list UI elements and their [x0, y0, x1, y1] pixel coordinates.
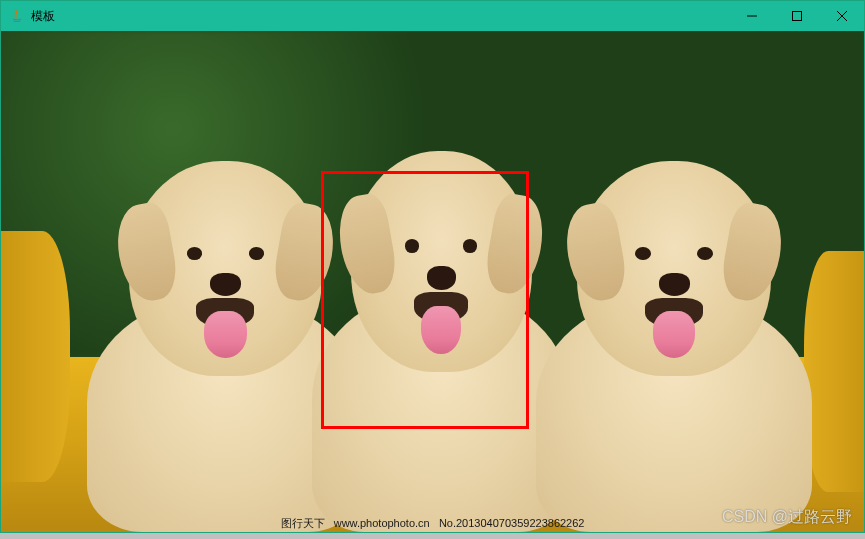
svg-rect-1	[792, 12, 801, 21]
dog-right	[536, 141, 812, 532]
minimize-icon	[747, 11, 757, 21]
titlebar-left: 模板	[9, 8, 55, 25]
app-window: 模板	[0, 0, 865, 533]
close-button[interactable]	[819, 1, 864, 31]
image-footer: 图行天下 www.photophoto.cn No.20130407035922…	[1, 514, 864, 532]
java-icon	[9, 8, 25, 24]
container-edge-left	[1, 231, 70, 482]
image-canvas[interactable]: 图行天下 www.photophoto.cn No.20130407035922…	[1, 31, 864, 532]
container-edge-right	[804, 251, 864, 491]
titlebar: 模板	[1, 1, 864, 31]
content-area: 图行天下 www.photophoto.cn No.20130407035922…	[1, 31, 864, 532]
minimize-button[interactable]	[729, 1, 774, 31]
image-id: 201304070359223862262	[456, 517, 584, 529]
image-attribution: 图行天下 www.photophoto.cn No.20130407035922…	[281, 516, 585, 531]
window-controls	[729, 1, 864, 31]
close-icon	[837, 11, 847, 21]
image-id-prefix: No.	[439, 517, 456, 529]
dog-center	[312, 131, 571, 532]
maximize-button[interactable]	[774, 1, 819, 31]
site-url: www.photophoto.cn	[334, 517, 430, 529]
maximize-icon	[792, 11, 802, 21]
site-label: 图行天下	[281, 517, 325, 529]
window-title: 模板	[31, 8, 55, 25]
